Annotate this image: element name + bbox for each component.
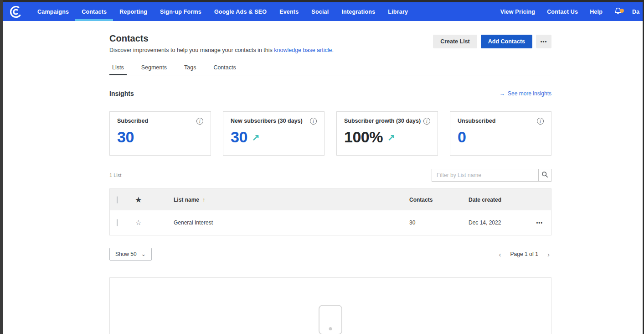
create-list-button[interactable]: Create List [433, 35, 477, 48]
pagination-label: Page 1 of 1 [510, 251, 538, 257]
nav-item-integrations[interactable]: Integrations [335, 2, 381, 21]
trend-up-icon: ↗ [252, 132, 260, 143]
window-edge-top [0, 0, 644, 2]
nav-item-events[interactable]: Events [273, 2, 305, 21]
stat-label: Subscribed [117, 118, 148, 124]
list-name-cell[interactable]: General Interest [174, 219, 409, 226]
empty-state-card [109, 277, 551, 334]
date-created-cell: Dec 14, 2022 [469, 219, 528, 226]
table-footer: Show 50⌄ ‹ Page 1 of 1 › [109, 248, 551, 261]
tab-segments[interactable]: Segments [139, 64, 170, 75]
stat-card-2: Subscriber growth (30 days) i 100% ↗ [336, 111, 438, 156]
window-edge-left [0, 0, 3, 334]
see-more-insights-label: See more insights [508, 90, 551, 97]
filter-input[interactable] [432, 169, 538, 182]
column-contacts: Contacts [409, 197, 469, 203]
info-icon[interactable]: i [310, 118, 317, 125]
tab-contacts[interactable]: Contacts [211, 64, 238, 75]
nav-item-help[interactable]: Help [584, 9, 608, 15]
nav-item-signup-forms[interactable]: Sign-up Forms [154, 2, 208, 21]
insights-heading: Insights [109, 90, 134, 97]
search-icon [541, 171, 548, 179]
page-subtitle-text: Discover improvements to help you manage… [109, 47, 274, 53]
nav-item-library[interactable]: Library [381, 2, 414, 21]
table-header-row: ★ List name↑ Contacts Date created [110, 189, 551, 210]
search-button[interactable] [538, 169, 551, 182]
next-page-button[interactable]: › [546, 250, 551, 258]
insight-cards: Subscribed i 30 ↗ New subscribers (30 da… [109, 111, 551, 156]
list-toolbar: 1 List [109, 169, 551, 182]
stat-card-3: Unsubscribed i 0 ↗ [450, 111, 551, 156]
column-list-name-label: List name [174, 197, 199, 203]
nav-item-campaigns[interactable]: Campaigns [31, 2, 75, 21]
trend-up-icon: ↗ [387, 132, 395, 143]
select-all-checkbox[interactable] [117, 196, 118, 204]
sort-ascending-icon: ↑ [202, 196, 206, 203]
tab-tags[interactable]: Tags [181, 64, 199, 75]
nav-item-contacts[interactable]: Contacts [75, 2, 113, 21]
contacts-tabs: Lists Segments Tags Contacts [109, 64, 551, 75]
nav-item-contact-us[interactable]: Contact Us [541, 9, 584, 15]
list-count-label: 1 List [109, 172, 121, 178]
stat-value-0: 30 [117, 128, 134, 146]
nav-item-google-ads-seo[interactable]: Google Ads & SEO [208, 2, 273, 21]
phone-icon [319, 305, 342, 334]
contacts-count-cell: 30 [409, 219, 469, 226]
nav-items: Campaigns Contacts Reporting Sign-up For… [31, 2, 414, 21]
header-more-button[interactable]: ••• [536, 35, 551, 48]
list-filter [432, 169, 551, 182]
column-list-name[interactable]: List name↑ [174, 196, 409, 203]
info-icon[interactable]: i [537, 118, 544, 125]
info-icon[interactable]: i [423, 118, 430, 125]
notifications-button[interactable] [608, 7, 628, 17]
nav-item-reporting[interactable]: Reporting [113, 2, 154, 21]
add-contacts-button[interactable]: Add Contacts [481, 35, 532, 48]
tab-lists[interactable]: Lists [109, 64, 127, 75]
row-checkbox[interactable] [117, 219, 118, 226]
column-date-created: Date created [469, 197, 528, 203]
stat-card-0: Subscribed i 30 ↗ [109, 111, 211, 156]
info-icon[interactable]: i [196, 118, 203, 125]
stat-label: Subscriber growth (30 days) [344, 118, 421, 124]
knowledge-base-link[interactable]: knowledge base article. [274, 47, 334, 53]
insights-header: Insights →See more insights [109, 90, 551, 97]
star-filled-icon[interactable]: ★ [135, 196, 141, 204]
previous-page-button[interactable]: ‹ [497, 250, 503, 258]
page-header: Contacts Discover improvements to help y… [109, 33, 551, 53]
table-row[interactable]: ☆ General Interest 30 Dec 14, 2022 ••• [110, 210, 551, 235]
show-per-page-label: Show 50 [115, 251, 137, 257]
header-actions: Create List Add Contacts ••• [433, 35, 551, 48]
nav-account-truncated[interactable]: Da [628, 9, 639, 15]
star-outline-icon[interactable]: ☆ [135, 219, 141, 226]
main-content: Contacts Discover improvements to help y… [109, 21, 551, 334]
page-subtitle: Discover improvements to help you manage… [109, 47, 334, 53]
chevron-down-icon: ⌄ [141, 251, 146, 257]
arrow-right-icon: → [500, 90, 505, 97]
stat-label: Unsubscribed [458, 118, 495, 124]
stat-value-3: 0 [458, 128, 466, 146]
show-per-page-select[interactable]: Show 50⌄ [109, 248, 152, 261]
page-header-text: Contacts Discover improvements to help y… [109, 33, 334, 53]
nav-item-social[interactable]: Social [305, 2, 335, 21]
constant-contact-logo-icon[interactable] [9, 5, 23, 19]
stat-value-1: 30 [231, 128, 247, 146]
top-nav: Campaigns Contacts Reporting Sign-up For… [0, 2, 644, 21]
stat-card-1: New subscribers (30 days) i 30 ↗ [223, 111, 325, 156]
stat-value-2: 100% [344, 128, 383, 146]
pagination: ‹ Page 1 of 1 › [497, 250, 551, 258]
see-more-insights-link[interactable]: →See more insights [500, 90, 551, 97]
lists-table: ★ List name↑ Contacts Date created ☆ Gen… [109, 188, 551, 235]
nav-item-view-pricing[interactable]: View Pricing [495, 9, 541, 15]
nav-right: View Pricing Contact Us Help Da [495, 2, 639, 21]
notification-badge [620, 9, 624, 13]
row-more-button[interactable]: ••• [528, 220, 551, 225]
page-title: Contacts [109, 33, 334, 44]
stat-label: New subscribers (30 days) [231, 118, 303, 124]
